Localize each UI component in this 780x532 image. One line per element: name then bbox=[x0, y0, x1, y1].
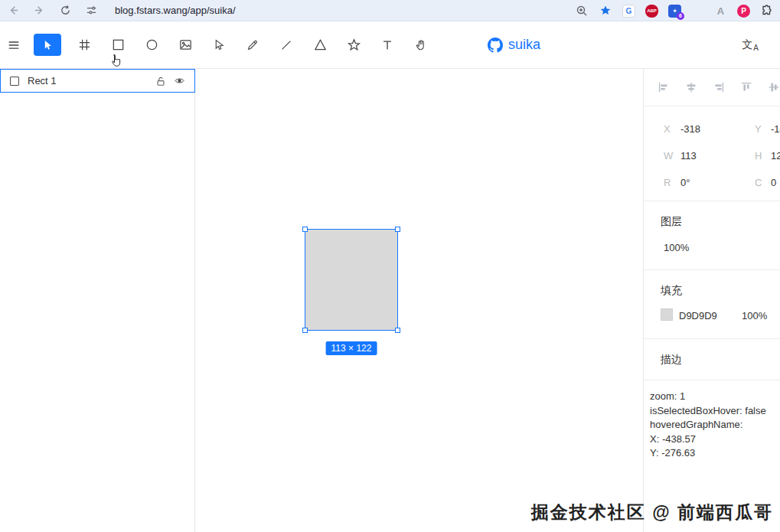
translate-cn-glyph: 文 bbox=[742, 38, 752, 52]
inspector-panel: X -318 Y -14 W 113 H 122 R 0° C 0 图层 100… bbox=[643, 69, 780, 532]
forward-icon[interactable] bbox=[32, 4, 46, 18]
tool-ellipse[interactable] bbox=[142, 36, 161, 54]
tool-select[interactable] bbox=[34, 34, 61, 56]
layer-name: Rect 1 bbox=[28, 75, 148, 86]
site-settings-icon[interactable] bbox=[84, 4, 98, 18]
layer-opacity-value[interactable]: 100% bbox=[664, 242, 689, 253]
zoom-in-icon[interactable] bbox=[575, 4, 589, 18]
tool-select-area[interactable] bbox=[210, 36, 228, 54]
w-label: W bbox=[664, 150, 673, 162]
prop-row-rc: R 0° C 0 bbox=[644, 170, 780, 197]
stroke-section: 描边 bbox=[644, 339, 780, 380]
x-value[interactable]: -318 bbox=[680, 123, 700, 135]
visibility-eye-icon[interactable] bbox=[173, 75, 185, 87]
resize-handle-bottom-left[interactable] bbox=[302, 328, 308, 333]
selection-size-badge: 113 × 122 bbox=[326, 341, 377, 355]
align-vertical-center-icon[interactable] bbox=[767, 80, 780, 94]
browser-topbar: blog.fstars.wang/app/suika/ G ABP ✦6 A P bbox=[0, 0, 780, 21]
translate-en-glyph: A bbox=[753, 44, 759, 52]
watermark-text: 掘金技术社区 @ 前端西瓜哥 bbox=[531, 501, 773, 524]
canvas-selected-rect[interactable] bbox=[305, 229, 398, 331]
resize-handle-top-right[interactable] bbox=[395, 227, 400, 232]
tool-image[interactable] bbox=[176, 36, 194, 54]
app-logo[interactable]: suika bbox=[488, 21, 540, 68]
align-right-icon[interactable] bbox=[712, 80, 726, 94]
rect-layer-icon bbox=[10, 77, 19, 86]
x-label: X bbox=[664, 123, 671, 135]
reload-icon[interactable] bbox=[58, 4, 72, 18]
prop-row-wh: W 113 H 122 bbox=[644, 143, 780, 170]
fill-color-hex[interactable]: D9D9D9 bbox=[679, 310, 717, 321]
corner-value[interactable]: 0 bbox=[771, 177, 776, 188]
transform-props: X -318 Y -14 W 113 H 122 R 0° C 0 bbox=[644, 106, 780, 201]
layer-section-title: 图层 bbox=[661, 215, 682, 229]
url-text[interactable]: blog.fstars.wang/app/suika/ bbox=[115, 5, 236, 16]
tool-text[interactable] bbox=[378, 36, 397, 54]
extension-abp-icon[interactable]: ABP bbox=[645, 5, 658, 18]
resize-handle-top-left[interactable] bbox=[302, 227, 308, 232]
debug-x: X: -438.57 bbox=[650, 432, 780, 447]
tool-rectangle[interactable] bbox=[109, 36, 127, 54]
unlock-icon[interactable] bbox=[155, 75, 167, 87]
tool-line[interactable] bbox=[277, 36, 295, 54]
prop-row-xy: X -318 Y -14 bbox=[644, 116, 780, 143]
layer-section: 图层 100% bbox=[644, 201, 780, 270]
translate-icon[interactable]: 文A bbox=[742, 21, 759, 68]
tool-hand[interactable] bbox=[412, 36, 430, 54]
layers-panel: Rect 1 bbox=[0, 69, 195, 532]
tool-frame[interactable] bbox=[75, 36, 93, 54]
fill-section-title: 填充 bbox=[661, 284, 682, 298]
align-top-icon[interactable] bbox=[739, 80, 753, 94]
menu-icon[interactable] bbox=[5, 36, 23, 54]
rotation-value[interactable]: 0° bbox=[680, 177, 690, 188]
align-horizontal-center-icon[interactable] bbox=[684, 80, 698, 94]
tool-pencil[interactable] bbox=[243, 36, 262, 54]
extension-a-icon[interactable]: A bbox=[714, 5, 727, 18]
fill-color-swatch[interactable] bbox=[661, 308, 673, 321]
back-icon[interactable] bbox=[6, 4, 20, 18]
y-label: Y bbox=[755, 123, 762, 135]
align-left-icon[interactable] bbox=[657, 80, 671, 94]
resize-handle-bottom-right[interactable] bbox=[395, 328, 400, 333]
debug-hoveredgraphname: hoveredGraphName: bbox=[650, 418, 780, 432]
debug-selectedboxhover: isSelectedBoxHover: false bbox=[650, 404, 780, 419]
debug-info: zoom: 1 isSelectedBoxHover: false hovere… bbox=[644, 380, 780, 461]
y-value[interactable]: -14 bbox=[771, 123, 780, 135]
fill-section: 填充 D9D9D9 100% bbox=[644, 270, 780, 339]
bookmark-star-icon[interactable] bbox=[599, 4, 612, 18]
extension-badge: 6 bbox=[677, 12, 684, 20]
rotation-label: R bbox=[664, 177, 671, 188]
layer-item-rect1[interactable]: Rect 1 bbox=[0, 69, 195, 93]
extension-blue-icon[interactable]: ✦6 bbox=[668, 5, 681, 18]
extensions-puzzle-icon[interactable] bbox=[760, 4, 774, 18]
fill-opacity-value[interactable]: 100% bbox=[742, 310, 767, 321]
tool-triangle[interactable] bbox=[311, 36, 329, 54]
corner-label: C bbox=[755, 177, 762, 188]
app-name: suika bbox=[508, 37, 540, 53]
debug-zoom: zoom: 1 bbox=[650, 390, 780, 404]
h-value[interactable]: 122 bbox=[771, 150, 780, 162]
extension-translate-icon[interactable]: G bbox=[622, 5, 635, 18]
debug-y: Y: -276.63 bbox=[650, 446, 780, 461]
app-toolbar: suika 文A bbox=[0, 21, 780, 69]
align-toolbar bbox=[644, 69, 780, 106]
extension-palette-icon[interactable] bbox=[691, 5, 704, 18]
stroke-section-title: 描边 bbox=[661, 353, 682, 367]
h-label: H bbox=[755, 150, 762, 162]
w-value[interactable]: 113 bbox=[680, 150, 697, 162]
github-icon bbox=[488, 38, 503, 53]
extension-p-icon[interactable]: P bbox=[737, 5, 750, 18]
tool-star[interactable] bbox=[344, 36, 363, 54]
